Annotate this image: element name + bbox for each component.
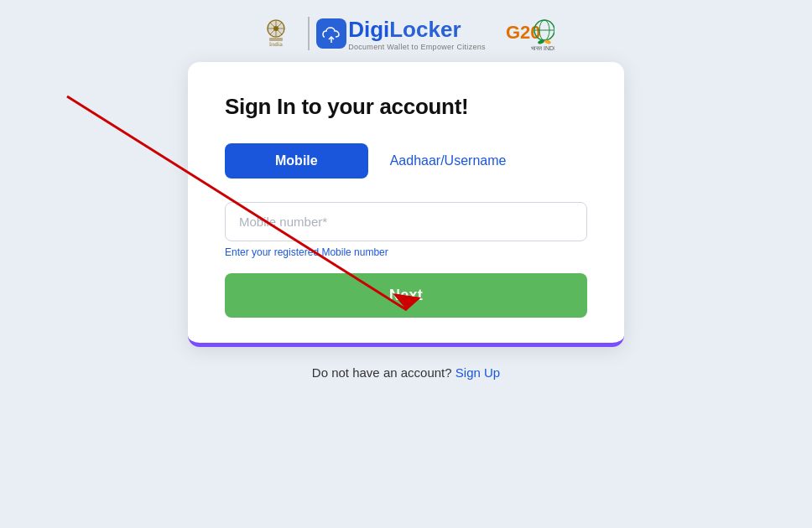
input-hint: Enter your registered Mobile number xyxy=(225,246,587,258)
next-button[interactable]: Next xyxy=(225,273,587,318)
tab-aadhaar[interactable]: Aadhaar/Username xyxy=(383,143,513,179)
brand-tagline: Document Wallet to Empower Citizens xyxy=(348,43,486,51)
signup-row: Do not have an account? Sign Up xyxy=(312,365,500,380)
tab-mobile[interactable]: Mobile xyxy=(225,143,368,179)
mobile-input[interactable] xyxy=(225,202,587,241)
digilocker-logo: DigiDigiLockerLocker Document Wallet to … xyxy=(348,17,486,51)
header: 𝕀𝕟𝕕𝕚𝕒 DigiDigiLockerLocker Document Wall… xyxy=(258,0,554,62)
svg-rect-9 xyxy=(316,18,346,49)
cloud-upload-icon xyxy=(316,18,346,49)
svg-text:𝕀𝕟𝕕𝕚𝕒: 𝕀𝕟𝕕𝕚𝕒 xyxy=(269,42,283,47)
signin-card: Sign In to your account! Mobile Aadhaar/… xyxy=(188,62,624,347)
logo-divider xyxy=(308,17,310,50)
signup-link[interactable]: Sign Up xyxy=(455,365,500,380)
mobile-input-group xyxy=(225,202,587,241)
g20-logo: G20 भारत INDIA xyxy=(504,15,554,52)
svg-rect-7 xyxy=(269,38,283,41)
auth-tabs: Mobile Aadhaar/Username xyxy=(225,143,587,179)
card-title: Sign In to your account! xyxy=(225,94,587,120)
brand-name: DigiDigiLockerLocker xyxy=(348,17,461,43)
svg-text:भारत INDIA: भारत INDIA xyxy=(531,45,554,51)
ashoka-emblem-icon: 𝕀𝕟𝕕𝕚𝕒 xyxy=(258,15,294,52)
